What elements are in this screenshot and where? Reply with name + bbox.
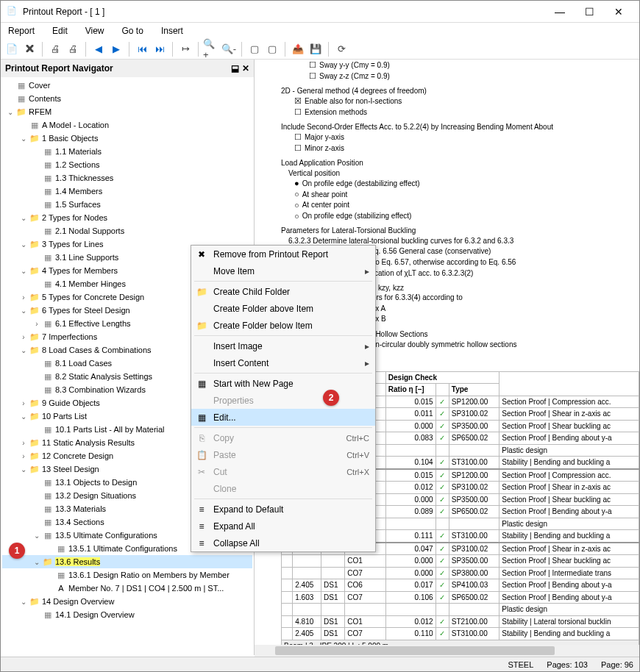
twist-icon[interactable]: ⌄ xyxy=(18,240,29,249)
minimize-button[interactable]: — xyxy=(545,1,575,22)
content-hscrollbar[interactable] xyxy=(255,645,639,657)
folder-icon: 📁 xyxy=(29,305,40,315)
tool-print-icon[interactable]: 🖨 xyxy=(47,41,63,57)
twist-icon[interactable]: ⌄ xyxy=(18,412,29,421)
twist-icon[interactable]: ⌄ xyxy=(5,108,15,116)
tool-page2-icon[interactable]: ▢ xyxy=(264,41,280,57)
menu-label: Properties xyxy=(213,396,254,406)
tool-jump-icon[interactable]: ↦ xyxy=(177,41,193,57)
table-row[interactable]: 1.603DS1CO70.106✓SP6500.02Section Proof … xyxy=(282,591,639,604)
twist-icon[interactable]: ⌄ xyxy=(18,465,29,473)
twist-icon[interactable]: ⌄ xyxy=(18,346,29,354)
menu-report[interactable]: Report xyxy=(4,24,39,37)
menu-item[interactable]: 📁Create Folder below Item xyxy=(191,317,375,334)
twist-icon[interactable]: › xyxy=(18,452,29,460)
opt-profile-stab[interactable]: On profile edge (stabilizing effect) xyxy=(294,211,639,222)
tree-item[interactable]: ⌄📁13.6 Results xyxy=(2,555,252,568)
tree-item[interactable]: AMember No. 7 | DS1 | CO4 | 2.500 m | ST… xyxy=(2,582,252,595)
menu-edit[interactable]: Edit xyxy=(48,24,72,37)
table-row[interactable]: 4.810DS1CO10.012✓ST2100.00Stability | La… xyxy=(282,615,639,628)
opt-shear-point[interactable]: At shear point xyxy=(294,189,639,200)
tool-refresh-icon[interactable]: ⟳ xyxy=(333,41,349,57)
tool-new-icon[interactable]: 📄 xyxy=(4,41,20,57)
menu-view[interactable]: View xyxy=(81,24,109,37)
navigator-close-icon[interactable]: ✕ xyxy=(242,63,249,74)
menu-item[interactable]: ▦Start with New Page xyxy=(191,375,375,392)
tree-item[interactable]: ▦Cover xyxy=(2,79,252,92)
tool-next-icon[interactable]: ▶ xyxy=(108,41,124,57)
menu-item[interactable]: ✖Remove from Printout Report xyxy=(191,246,375,262)
tree-item[interactable]: ▦1.1 Materials xyxy=(2,145,252,158)
opt-major-y[interactable]: Major y-axis xyxy=(294,132,639,143)
twist-icon[interactable]: ⌄ xyxy=(18,267,29,275)
tool-page1-icon[interactable]: ▢ xyxy=(246,41,263,57)
menu-item[interactable]: Insert Content▸ xyxy=(191,354,375,371)
tree-item[interactable]: ▦A Model - Location xyxy=(2,118,252,132)
twist-icon[interactable]: ⌄ xyxy=(32,558,42,566)
tree-item[interactable]: ▦1.4 Members xyxy=(2,185,252,198)
tool-zoomout-icon[interactable]: 🔍- xyxy=(221,41,237,57)
tree-item[interactable]: ▦14.1 Design Overview xyxy=(2,608,252,621)
tree-item[interactable]: ▦1.2 Sections xyxy=(2,158,252,171)
twist-icon[interactable]: › xyxy=(18,293,29,301)
label-load-pos: Load Application Position xyxy=(281,158,639,168)
tool-save-icon[interactable]: 💾 xyxy=(307,41,324,57)
twist-icon[interactable]: › xyxy=(32,320,42,328)
tool-export-icon[interactable]: 📤 xyxy=(290,41,306,57)
table-row[interactable]: 2.405DS1CO70.110✓ST3100.00Stability | Be… xyxy=(282,628,639,640)
twist-icon[interactable]: › xyxy=(18,399,29,407)
opt-sway-zz[interactable]: Sway z-z (Cmz = 0.9) xyxy=(309,71,639,82)
tree-item[interactable]: ⌄📁1 Basic Objects xyxy=(2,132,252,145)
tool-prev-icon[interactable]: ◀ xyxy=(90,41,107,57)
folder-icon: 📁 xyxy=(29,596,40,607)
menu-icon: ▦ xyxy=(196,412,207,423)
tree-item[interactable]: ⌄📁14 Design Overview xyxy=(2,595,252,608)
menu-insert[interactable]: Insert xyxy=(157,24,188,37)
menu-item[interactable]: Move Item▸ xyxy=(191,262,375,279)
text-icon: A xyxy=(55,583,67,593)
tool-print2-icon[interactable]: 🖨 xyxy=(65,41,81,57)
twist-icon[interactable]: ⌄ xyxy=(18,598,29,606)
navigator-pin-icon[interactable]: ⬓ xyxy=(231,63,239,74)
maximize-button[interactable]: ☐ xyxy=(575,1,604,22)
opt-profile-destab[interactable]: On profile edge (destabilizing effect) xyxy=(294,178,639,189)
twist-icon[interactable]: › xyxy=(18,333,29,341)
tree-item[interactable]: ▦Contents xyxy=(2,92,252,105)
menu-item[interactable]: ≡Expand to Default xyxy=(191,501,375,518)
table-row[interactable]: Plastic design xyxy=(282,604,639,616)
opt-enable-non-i[interactable]: Enable also for non-I-sections xyxy=(294,96,639,107)
twist-icon[interactable]: ⌄ xyxy=(18,214,29,222)
opt-sway-yy[interactable]: Sway y-y (Cmy = 0.9) xyxy=(309,60,639,71)
tree-item[interactable]: ▦1.5 Surfaces xyxy=(2,198,252,211)
menu-item[interactable]: ≡Expand All xyxy=(191,518,375,535)
opt-minor-z[interactable]: Minor z-axis xyxy=(294,143,639,154)
tool-first-icon[interactable]: ⏮ xyxy=(134,41,150,57)
menu-item[interactable]: Insert Image▸ xyxy=(191,337,375,354)
twist-icon[interactable]: ⌄ xyxy=(18,307,29,315)
menu-goto[interactable]: Go to xyxy=(118,24,148,37)
close-button[interactable]: ✕ xyxy=(604,1,633,22)
menu-item[interactable]: 📁Create Child Folder xyxy=(191,283,375,300)
tree-item[interactable]: ⌄📁RFEM xyxy=(2,105,252,118)
label-vert-pos: Vertical position xyxy=(288,168,639,179)
opt-center-point[interactable]: At center point xyxy=(294,200,639,211)
opt-extension[interactable]: Extension methods xyxy=(294,107,639,118)
table-row[interactable]: 2.405DS1CO60.017✓SP4100.03Section Proof … xyxy=(282,579,639,592)
tree-item[interactable]: ▦13.6.1 Design Ratio on Members by Membe… xyxy=(2,568,252,582)
tree-item[interactable]: ▦2.1 Nodal Supports xyxy=(2,224,252,237)
tool-zoomin-icon[interactable]: 🔍+ xyxy=(203,41,219,57)
table-row[interactable]: CO10.000✓SP3500.00Section Proof | Shear … xyxy=(282,555,639,568)
twist-icon[interactable]: › xyxy=(18,439,29,447)
tool-delete-icon[interactable]: 🗙 xyxy=(21,41,38,57)
tree-item[interactable]: ▦1.3 Thicknesses xyxy=(2,171,252,185)
table-row[interactable]: CO70.000✓SP3800.00Section Proof | Interm… xyxy=(282,567,639,579)
twist-icon[interactable]: ⌄ xyxy=(32,532,42,540)
twist-icon[interactable]: ⌄ xyxy=(18,135,29,143)
menu-item[interactable]: Create Folder above Item xyxy=(191,300,375,317)
menu-item[interactable]: ▦Edit... xyxy=(191,409,375,426)
tree-label: 2 Types for Nodes xyxy=(42,213,107,222)
folder-icon: 📁 xyxy=(29,292,40,302)
tool-last-icon[interactable]: ⏭ xyxy=(152,41,168,57)
menu-item[interactable]: ≡Collapse All xyxy=(191,535,375,551)
tree-item[interactable]: ⌄📁2 Types for Nodes xyxy=(2,211,252,224)
